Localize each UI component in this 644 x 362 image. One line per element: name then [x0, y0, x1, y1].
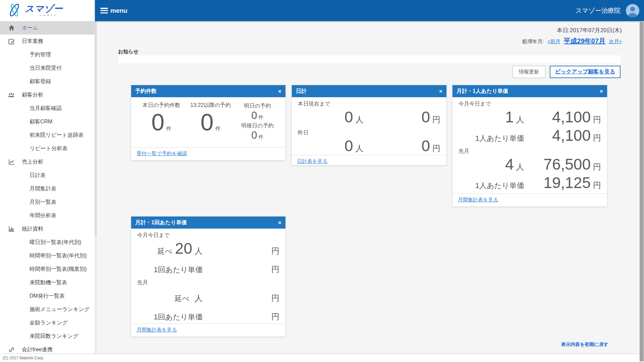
refresh-info-button[interactable]: 情報更新: [513, 66, 545, 78]
last-month-row: 延べ人 円: [131, 286, 285, 305]
sidebar-item-treatment-menu-ranking[interactable]: 施術メニューランキング: [0, 303, 95, 316]
sidebar-item-repeat-analysis[interactable]: リピート分析表: [0, 142, 95, 155]
sidebar-item-label: 日計表: [30, 172, 46, 178]
date-info: 本日:2017年07月20日(木) 処理年月: <前月 平成29年07月 次月>: [522, 26, 622, 46]
month-to-date-row: 1人 4,100円: [452, 108, 607, 126]
sidebar-item-timeslot-list-by-age[interactable]: 時間帯別一覧表(年代別): [0, 249, 95, 262]
sidebar-item-label: 時間帯別一覧表(職業別): [30, 266, 87, 272]
sidebar-item-statistics[interactable]: 統計資料: [0, 222, 95, 236]
card-title: 月計・1回あたり単価: [135, 219, 187, 226]
sidebar-item-daily-report[interactable]: 日計表: [0, 169, 95, 182]
prev-month-link[interactable]: <前月: [547, 39, 560, 44]
top-header: menu スマゾー治療院: [95, 0, 644, 21]
sidebar-item-label: 曜日別一覧表(年代別): [30, 239, 82, 245]
logo-swoosh-icon: [7, 2, 21, 19]
view-monthly-summary-link[interactable]: 月間集計表を見る: [137, 327, 177, 333]
sidebar-item-label: 年間分析表: [30, 213, 56, 218]
sidebar-item-daily-tasks[interactable]: 日常業務: [0, 35, 95, 48]
month-to-date-row: 延べ20人 円: [131, 239, 285, 257]
page-footer: (C) 2017 Makishi Corp.: [0, 354, 639, 362]
current-month-link[interactable]: 平成29年07月: [564, 37, 606, 45]
pickup-customers-button[interactable]: ピックアップ顧客を見る: [550, 66, 621, 78]
close-icon[interactable]: ×: [600, 88, 603, 94]
sidebar-item-label: 時間帯別一覧表(年代別): [30, 253, 87, 258]
today-reservations-stat: 本日の予約件数 0件: [134, 102, 189, 141]
sidebar-item-label: 日常業務: [22, 38, 43, 44]
sidebar-item-monthly-summary[interactable]: 月間集計表: [0, 182, 95, 195]
last-month-row: 4人 76,500円: [452, 155, 607, 173]
close-icon[interactable]: ×: [439, 88, 442, 94]
sidebar-item-home[interactable]: ホーム: [0, 21, 95, 35]
card-title: 日計: [296, 88, 307, 95]
check-reservations-link[interactable]: 受付一覧で予約を確認: [137, 150, 187, 156]
next-month-link[interactable]: 次月>: [609, 39, 622, 44]
notice-title: お知らせ: [118, 49, 139, 55]
reset-display-link[interactable]: 表示内容を初期に戻す: [561, 342, 608, 348]
copyright-text: (C) 2017 Makishi Corp.: [3, 356, 44, 360]
sidebar-item-dm-issue-list[interactable]: DM発行一覧表: [0, 289, 95, 303]
card-daily-total: 日計 × 本日現在まで 0人 0円 昨日 0人 0円 日計表を見る: [291, 85, 447, 166]
sidebar-item-label: 会計free連携: [22, 347, 53, 352]
sidebar-item-weekday-list-by-age[interactable]: 曜日別一覧表(年代別): [0, 236, 95, 249]
upcoming-reservations-stat: 明日の予約 0件 明後日の予約 0件: [232, 102, 283, 141]
users-icon: [8, 92, 15, 98]
card-daily-total-footer: 日計表を見る: [292, 155, 446, 168]
sidebar-item-label: 売上分析: [22, 159, 43, 165]
sidebar-item-label: 初来院リピート追跡表: [30, 132, 84, 138]
sidebar-item-amount-ranking[interactable]: 金額ランキング: [0, 316, 95, 329]
period-label: 処理年月:: [522, 39, 544, 44]
sidebar-item-label: ホーム: [22, 25, 38, 31]
per-person-row: 1人あたり単価 4,100円: [452, 126, 607, 144]
sidebar-item-monthly-customer-check[interactable]: 当月顧客確認: [0, 102, 95, 115]
sidebar-item-label: 予約管理: [30, 52, 51, 57]
sidebar-item-sales-analysis[interactable]: 売上分析: [0, 155, 95, 169]
card-monthly-per-person-header: 月計・1人あたり単価 ×: [452, 85, 607, 97]
view-monthly-summary-link[interactable]: 月間集計表を見る: [458, 197, 498, 202]
sidebar-item-customer-crm[interactable]: 顧客CRM: [0, 115, 95, 128]
section-label: 本日現在まで: [292, 97, 446, 108]
sidebar-item-visit-motive-list[interactable]: 来院動機一覧表: [0, 276, 95, 289]
daily-today-row: 0人 0円: [292, 108, 446, 126]
section-label: 先月: [452, 144, 607, 155]
card-monthly-per-visit-header: 月計・1回あたり単価 ×: [131, 217, 285, 229]
per-visit-row: 1回あたり単価 円: [131, 257, 285, 276]
close-icon[interactable]: ×: [278, 220, 281, 226]
sidebar-scrollbar-thumb[interactable]: [95, 21, 97, 236]
chart-line-icon: [8, 159, 15, 165]
section-label: 昨日: [292, 126, 446, 136]
notice-bar: [118, 55, 621, 63]
sidebar-item-customer-analysis[interactable]: 顧客分析: [0, 88, 95, 102]
stat-value: 0件: [232, 129, 283, 141]
sidebar-item-same-day-reception[interactable]: 当日来院受付: [0, 61, 95, 75]
card-reservations-header: 予約件数 ×: [131, 85, 285, 97]
user-avatar[interactable]: [626, 4, 639, 17]
card-title: 予約件数: [135, 88, 157, 95]
menu-toggle-label: menu: [110, 7, 127, 14]
sidebar-item-label: 統計資料: [22, 226, 43, 232]
card-monthly-per-visit-footer: 月間集計表を見る: [131, 323, 285, 337]
sidebar-item-visit-count-ranking[interactable]: 来院回数ランキング: [0, 329, 95, 343]
edit-icon: [8, 38, 15, 45]
sidebar-item-reservation-management[interactable]: 予約管理: [0, 48, 95, 61]
card-reservations-body: 本日の予約件数 0件 13:22以降の予約 0件 明日の予約 0件: [131, 97, 285, 143]
app-logo[interactable]: スマゾー smazo: [0, 0, 95, 21]
close-icon[interactable]: ×: [278, 88, 281, 94]
main-content: 本日:2017年07月20日(木) 処理年月: <前月 平成29年07月 次月>…: [97, 21, 639, 362]
page-scrollbar[interactable]: [639, 21, 644, 362]
page-scrollbar-thumb[interactable]: [640, 21, 644, 361]
sidebar-item-first-visit-repeat-tracking[interactable]: 初来院リピート追跡表: [0, 128, 95, 142]
view-daily-report-link[interactable]: 日計表を見る: [297, 158, 328, 164]
sidebar-item-annual-analysis[interactable]: 年間分析表: [0, 209, 95, 222]
section-label: 先月: [131, 276, 285, 286]
sidebar-item-label: 金額ランキング: [30, 320, 68, 325]
sidebar-nav: ホーム日常業務予約管理当日来院受付顧客登録顧客分析当月顧客確認顧客CRM初来院リ…: [0, 21, 95, 356]
sidebar-item-monthly-list[interactable]: 月別一覧表: [0, 195, 95, 209]
sidebar-item-customer-registration[interactable]: 顧客登録: [0, 75, 95, 88]
sidebar-item-timeslot-list-by-occupation[interactable]: 時間帯別一覧表(職業別): [0, 262, 95, 276]
stat-value: 0件: [134, 109, 189, 136]
menu-toggle-button[interactable]: menu: [95, 7, 127, 14]
sidebar-scrollbar[interactable]: [95, 21, 97, 362]
chart-bar-icon: [8, 226, 15, 232]
clinic-name: スマゾー治療院: [576, 6, 621, 15]
daily-yesterday-row: 0人 0円: [292, 136, 446, 155]
